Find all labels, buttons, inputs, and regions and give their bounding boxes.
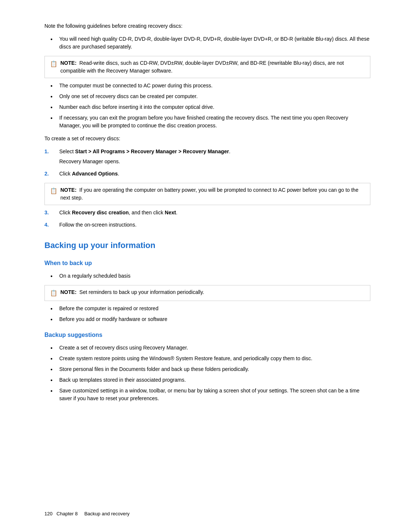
list-item: You will need high quality CD-R, DVD-R, … [44, 35, 370, 51]
footer: 120 Chapter 8 Backup and recovery [44, 510, 130, 518]
note-box-3: 📋 NOTE: Set reminders to back up your in… [44, 285, 370, 301]
steps-list-2: 3. Click Recovery disc creation, and the… [44, 209, 370, 229]
step-2: 2. Click Advanced Options. [44, 170, 370, 178]
page: Note the following guidelines before cre… [0, 0, 400, 532]
backup-heading: Backup suggestions [44, 331, 370, 339]
note-icon: 📋 [50, 60, 57, 68]
note-box-2: 📋 NOTE: If you are operating the compute… [44, 183, 370, 205]
list-item: If necessary, you can exit the program b… [44, 114, 370, 130]
step-3: 3. Click Recovery disc creation, and the… [44, 209, 370, 217]
create-intro: To create a set of recovery discs: [44, 135, 370, 143]
list-item: Create a set of recovery discs using Rec… [44, 344, 370, 352]
when-list: On a regularly scheduled basis [44, 272, 370, 280]
list-item: Before the computer is repaired or resto… [44, 305, 370, 312]
list-item: Before you add or modify hardware or sof… [44, 315, 370, 323]
intro-text: Note the following guidelines before cre… [44, 22, 370, 30]
note-box-1: 📋 NOTE: Read-write discs, such as CD-RW,… [44, 56, 370, 78]
list-item: The computer must be connected to AC pow… [44, 82, 370, 90]
more-requirements-list: The computer must be connected to AC pow… [44, 82, 370, 130]
list-item: Number each disc before inserting it int… [44, 103, 370, 111]
backup-list: Create a set of recovery discs using Rec… [44, 344, 370, 402]
step-1-detail: Recovery Manager opens. [59, 158, 370, 165]
note-icon-2: 📋 [50, 187, 57, 195]
note-icon-3: 📋 [50, 289, 57, 298]
list-item: Only one set of recovery discs can be cr… [44, 93, 370, 100]
steps-list: 1. Select Start > All Programs > Recover… [44, 148, 370, 178]
step-1: 1. Select Start > All Programs > Recover… [44, 148, 370, 165]
section-heading: Backing up your information [44, 239, 370, 251]
when-heading: When to back up [44, 259, 370, 268]
disc-requirements-list: You will need high quality CD-R, DVD-R, … [44, 35, 370, 51]
when-list-2: Before the computer is repaired or resto… [44, 305, 370, 323]
step-4: 4. Follow the on-screen instructions. [44, 221, 370, 229]
list-item: Store personal files in the Documents fo… [44, 365, 370, 373]
list-item: On a regularly scheduled basis [44, 272, 370, 280]
list-item: Create system restore points using the W… [44, 355, 370, 362]
list-item: Save customized settings in a window, to… [44, 387, 370, 402]
list-item: Back up templates stored in their associ… [44, 376, 370, 384]
